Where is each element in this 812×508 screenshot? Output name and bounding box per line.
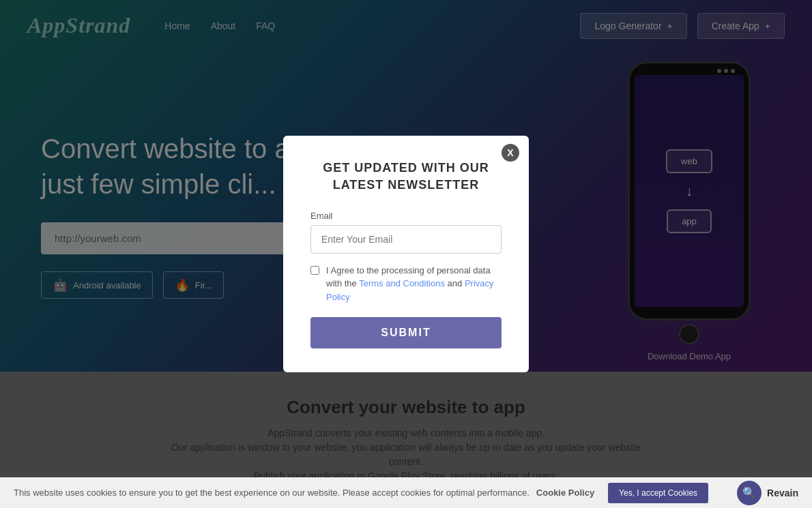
- newsletter-modal: X GET UPDATED WITH OUR LATEST NEWSLETTER…: [283, 136, 529, 373]
- cookie-policy-link[interactable]: Cookie Policy: [536, 488, 594, 498]
- cookie-text: This website uses cookies to ensure you …: [14, 488, 530, 498]
- email-input[interactable]: [310, 225, 502, 254]
- submit-button[interactable]: SUBMIT: [310, 317, 502, 348]
- revain-label: Revain: [767, 488, 798, 498]
- modal-title: GET UPDATED WITH OUR LATEST NEWSLETTER: [310, 160, 502, 194]
- revain-icon: 🔍: [737, 481, 762, 505]
- agreement-row: I Agree to the processing of personal da…: [310, 264, 502, 304]
- email-label: Email: [310, 211, 502, 221]
- agreement-text: I Agree to the processing of personal da…: [326, 264, 502, 304]
- agreement-checkbox[interactable]: [310, 266, 319, 275]
- and-text: and: [448, 278, 463, 288]
- cookie-bar: This website uses cookies to ensure you …: [0, 477, 812, 508]
- modal-title-line2: LATEST NEWSLETTER: [333, 178, 480, 192]
- modal-title-line1: GET UPDATED WITH OUR: [323, 161, 489, 175]
- cookie-accept-button[interactable]: Yes, I accept Cookies: [608, 483, 708, 503]
- modal-close-button[interactable]: X: [502, 144, 519, 162]
- terms-link[interactable]: Terms and Conditions: [359, 278, 445, 288]
- revain-area: 🔍 Revain: [737, 481, 798, 505]
